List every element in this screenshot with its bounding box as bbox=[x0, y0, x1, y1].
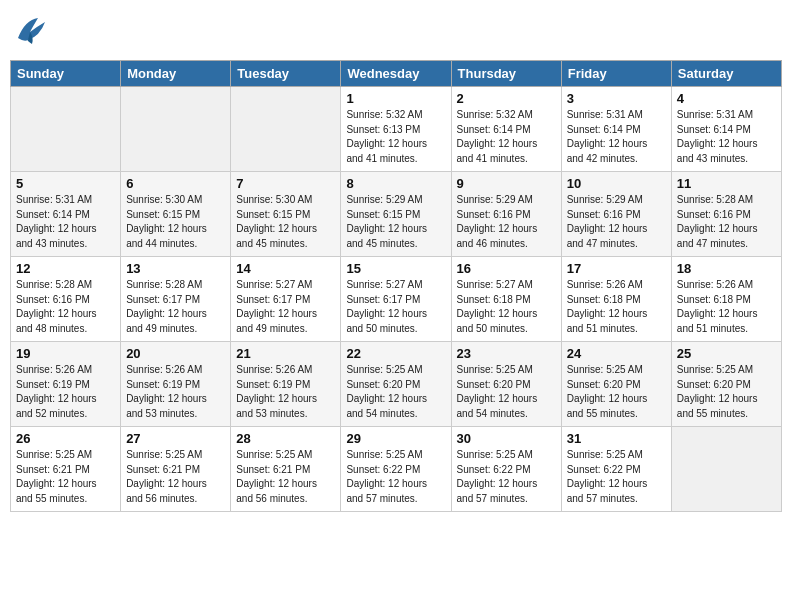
day-info: Sunrise: 5:29 AM Sunset: 6:15 PM Dayligh… bbox=[346, 193, 445, 251]
day-info: Sunrise: 5:28 AM Sunset: 6:16 PM Dayligh… bbox=[16, 278, 115, 336]
day-info: Sunrise: 5:27 AM Sunset: 6:17 PM Dayligh… bbox=[346, 278, 445, 336]
day-number: 23 bbox=[457, 346, 556, 361]
day-number: 28 bbox=[236, 431, 335, 446]
calendar-cell: 14Sunrise: 5:27 AM Sunset: 6:17 PM Dayli… bbox=[231, 257, 341, 342]
day-info: Sunrise: 5:25 AM Sunset: 6:21 PM Dayligh… bbox=[236, 448, 335, 506]
day-header-monday: Monday bbox=[121, 61, 231, 87]
day-info: Sunrise: 5:26 AM Sunset: 6:18 PM Dayligh… bbox=[567, 278, 666, 336]
day-info: Sunrise: 5:26 AM Sunset: 6:19 PM Dayligh… bbox=[16, 363, 115, 421]
day-number: 2 bbox=[457, 91, 556, 106]
day-info: Sunrise: 5:29 AM Sunset: 6:16 PM Dayligh… bbox=[457, 193, 556, 251]
day-info: Sunrise: 5:25 AM Sunset: 6:22 PM Dayligh… bbox=[567, 448, 666, 506]
day-info: Sunrise: 5:30 AM Sunset: 6:15 PM Dayligh… bbox=[236, 193, 335, 251]
day-number: 21 bbox=[236, 346, 335, 361]
calendar-cell: 26Sunrise: 5:25 AM Sunset: 6:21 PM Dayli… bbox=[11, 427, 121, 512]
day-number: 15 bbox=[346, 261, 445, 276]
calendar-cell: 22Sunrise: 5:25 AM Sunset: 6:20 PM Dayli… bbox=[341, 342, 451, 427]
day-number: 9 bbox=[457, 176, 556, 191]
calendar-cell: 15Sunrise: 5:27 AM Sunset: 6:17 PM Dayli… bbox=[341, 257, 451, 342]
week-row-1: 1Sunrise: 5:32 AM Sunset: 6:13 PM Daylig… bbox=[11, 87, 782, 172]
calendar-cell: 24Sunrise: 5:25 AM Sunset: 6:20 PM Dayli… bbox=[561, 342, 671, 427]
calendar-cell: 29Sunrise: 5:25 AM Sunset: 6:22 PM Dayli… bbox=[341, 427, 451, 512]
day-number: 17 bbox=[567, 261, 666, 276]
day-number: 13 bbox=[126, 261, 225, 276]
day-info: Sunrise: 5:28 AM Sunset: 6:16 PM Dayligh… bbox=[677, 193, 776, 251]
day-number: 16 bbox=[457, 261, 556, 276]
day-info: Sunrise: 5:31 AM Sunset: 6:14 PM Dayligh… bbox=[677, 108, 776, 166]
calendar-cell: 16Sunrise: 5:27 AM Sunset: 6:18 PM Dayli… bbox=[451, 257, 561, 342]
day-number: 27 bbox=[126, 431, 225, 446]
calendar-cell: 6Sunrise: 5:30 AM Sunset: 6:15 PM Daylig… bbox=[121, 172, 231, 257]
calendar-cell: 30Sunrise: 5:25 AM Sunset: 6:22 PM Dayli… bbox=[451, 427, 561, 512]
calendar-cell: 10Sunrise: 5:29 AM Sunset: 6:16 PM Dayli… bbox=[561, 172, 671, 257]
day-number: 12 bbox=[16, 261, 115, 276]
calendar-cell: 5Sunrise: 5:31 AM Sunset: 6:14 PM Daylig… bbox=[11, 172, 121, 257]
day-number: 1 bbox=[346, 91, 445, 106]
day-header-friday: Friday bbox=[561, 61, 671, 87]
calendar-cell: 31Sunrise: 5:25 AM Sunset: 6:22 PM Dayli… bbox=[561, 427, 671, 512]
day-info: Sunrise: 5:25 AM Sunset: 6:20 PM Dayligh… bbox=[567, 363, 666, 421]
week-row-3: 12Sunrise: 5:28 AM Sunset: 6:16 PM Dayli… bbox=[11, 257, 782, 342]
day-header-wednesday: Wednesday bbox=[341, 61, 451, 87]
day-info: Sunrise: 5:32 AM Sunset: 6:13 PM Dayligh… bbox=[346, 108, 445, 166]
calendar-table: SundayMondayTuesdayWednesdayThursdayFrid… bbox=[10, 60, 782, 512]
calendar-cell: 23Sunrise: 5:25 AM Sunset: 6:20 PM Dayli… bbox=[451, 342, 561, 427]
calendar-cell: 28Sunrise: 5:25 AM Sunset: 6:21 PM Dayli… bbox=[231, 427, 341, 512]
calendar-cell: 9Sunrise: 5:29 AM Sunset: 6:16 PM Daylig… bbox=[451, 172, 561, 257]
day-header-sunday: Sunday bbox=[11, 61, 121, 87]
calendar-cell bbox=[671, 427, 781, 512]
day-number: 18 bbox=[677, 261, 776, 276]
day-info: Sunrise: 5:25 AM Sunset: 6:22 PM Dayligh… bbox=[346, 448, 445, 506]
day-info: Sunrise: 5:30 AM Sunset: 6:15 PM Dayligh… bbox=[126, 193, 225, 251]
day-info: Sunrise: 5:26 AM Sunset: 6:19 PM Dayligh… bbox=[236, 363, 335, 421]
day-info: Sunrise: 5:31 AM Sunset: 6:14 PM Dayligh… bbox=[567, 108, 666, 166]
calendar-cell: 3Sunrise: 5:31 AM Sunset: 6:14 PM Daylig… bbox=[561, 87, 671, 172]
calendar-cell: 7Sunrise: 5:30 AM Sunset: 6:15 PM Daylig… bbox=[231, 172, 341, 257]
calendar-cell: 11Sunrise: 5:28 AM Sunset: 6:16 PM Dayli… bbox=[671, 172, 781, 257]
week-row-5: 26Sunrise: 5:25 AM Sunset: 6:21 PM Dayli… bbox=[11, 427, 782, 512]
day-number: 11 bbox=[677, 176, 776, 191]
day-info: Sunrise: 5:32 AM Sunset: 6:14 PM Dayligh… bbox=[457, 108, 556, 166]
day-number: 5 bbox=[16, 176, 115, 191]
calendar-cell: 2Sunrise: 5:32 AM Sunset: 6:14 PM Daylig… bbox=[451, 87, 561, 172]
calendar-cell: 25Sunrise: 5:25 AM Sunset: 6:20 PM Dayli… bbox=[671, 342, 781, 427]
calendar-cell: 8Sunrise: 5:29 AM Sunset: 6:15 PM Daylig… bbox=[341, 172, 451, 257]
day-number: 25 bbox=[677, 346, 776, 361]
calendar-cell: 21Sunrise: 5:26 AM Sunset: 6:19 PM Dayli… bbox=[231, 342, 341, 427]
day-info: Sunrise: 5:25 AM Sunset: 6:21 PM Dayligh… bbox=[126, 448, 225, 506]
calendar-cell: 13Sunrise: 5:28 AM Sunset: 6:17 PM Dayli… bbox=[121, 257, 231, 342]
day-number: 8 bbox=[346, 176, 445, 191]
day-number: 10 bbox=[567, 176, 666, 191]
day-info: Sunrise: 5:29 AM Sunset: 6:16 PM Dayligh… bbox=[567, 193, 666, 251]
day-number: 29 bbox=[346, 431, 445, 446]
day-info: Sunrise: 5:25 AM Sunset: 6:22 PM Dayligh… bbox=[457, 448, 556, 506]
calendar-cell: 12Sunrise: 5:28 AM Sunset: 6:16 PM Dayli… bbox=[11, 257, 121, 342]
calendar-cell: 1Sunrise: 5:32 AM Sunset: 6:13 PM Daylig… bbox=[341, 87, 451, 172]
calendar-cell: 17Sunrise: 5:26 AM Sunset: 6:18 PM Dayli… bbox=[561, 257, 671, 342]
day-info: Sunrise: 5:25 AM Sunset: 6:21 PM Dayligh… bbox=[16, 448, 115, 506]
day-number: 20 bbox=[126, 346, 225, 361]
day-info: Sunrise: 5:25 AM Sunset: 6:20 PM Dayligh… bbox=[677, 363, 776, 421]
day-number: 31 bbox=[567, 431, 666, 446]
calendar-cell: 19Sunrise: 5:26 AM Sunset: 6:19 PM Dayli… bbox=[11, 342, 121, 427]
day-number: 7 bbox=[236, 176, 335, 191]
calendar-cell bbox=[121, 87, 231, 172]
header-row: SundayMondayTuesdayWednesdayThursdayFrid… bbox=[11, 61, 782, 87]
day-header-saturday: Saturday bbox=[671, 61, 781, 87]
day-info: Sunrise: 5:27 AM Sunset: 6:18 PM Dayligh… bbox=[457, 278, 556, 336]
page-header bbox=[10, 10, 782, 50]
day-info: Sunrise: 5:25 AM Sunset: 6:20 PM Dayligh… bbox=[457, 363, 556, 421]
day-number: 6 bbox=[126, 176, 225, 191]
day-number: 19 bbox=[16, 346, 115, 361]
calendar-cell: 4Sunrise: 5:31 AM Sunset: 6:14 PM Daylig… bbox=[671, 87, 781, 172]
day-number: 30 bbox=[457, 431, 556, 446]
calendar-cell bbox=[11, 87, 121, 172]
logo-icon bbox=[10, 10, 50, 50]
day-info: Sunrise: 5:27 AM Sunset: 6:17 PM Dayligh… bbox=[236, 278, 335, 336]
day-header-thursday: Thursday bbox=[451, 61, 561, 87]
calendar-cell: 18Sunrise: 5:26 AM Sunset: 6:18 PM Dayli… bbox=[671, 257, 781, 342]
logo bbox=[10, 10, 54, 50]
day-info: Sunrise: 5:28 AM Sunset: 6:17 PM Dayligh… bbox=[126, 278, 225, 336]
day-info: Sunrise: 5:26 AM Sunset: 6:18 PM Dayligh… bbox=[677, 278, 776, 336]
day-number: 3 bbox=[567, 91, 666, 106]
